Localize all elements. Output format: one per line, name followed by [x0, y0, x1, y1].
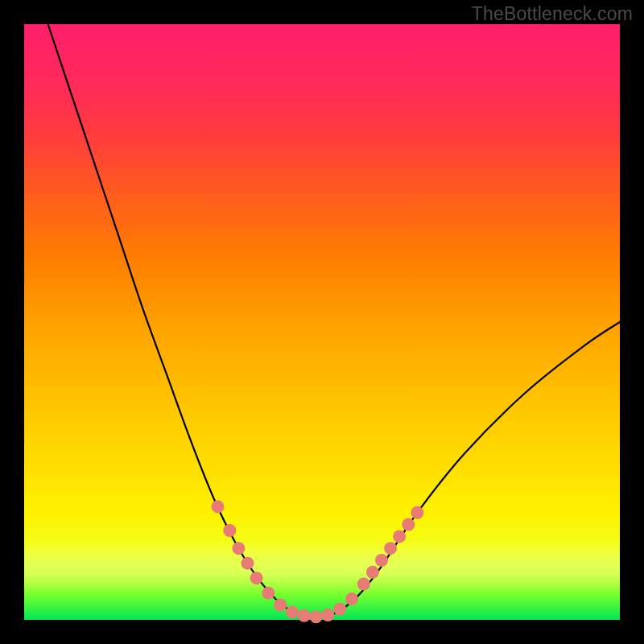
chart-frame: TheBottleneck.com — [0, 0, 644, 644]
watermark-text: TheBottleneck.com — [472, 3, 633, 25]
plot-area — [24, 24, 620, 620]
bottleneck-curve-path — [48, 24, 620, 617]
marker-dot — [262, 587, 275, 600]
marker-dot — [274, 599, 287, 612]
marker-dot — [384, 542, 397, 555]
marker-dot — [212, 500, 225, 513]
marker-dot — [357, 578, 370, 591]
marker-dot — [375, 554, 388, 567]
marker-dot — [411, 506, 423, 519]
marker-dot — [393, 530, 406, 543]
curve-svg — [24, 24, 620, 620]
marker-dot — [402, 518, 415, 531]
marker-dot — [321, 609, 334, 621]
marker-dot — [250, 572, 263, 584]
marker-dot — [298, 609, 311, 622]
marker-group — [212, 500, 424, 623]
marker-dot — [333, 603, 346, 616]
marker-dot — [232, 542, 245, 555]
marker-dot — [242, 557, 254, 570]
marker-dot — [345, 592, 358, 605]
marker-dot — [223, 524, 236, 537]
marker-dot — [286, 605, 299, 618]
marker-dot — [310, 610, 323, 623]
marker-dot — [366, 566, 379, 579]
